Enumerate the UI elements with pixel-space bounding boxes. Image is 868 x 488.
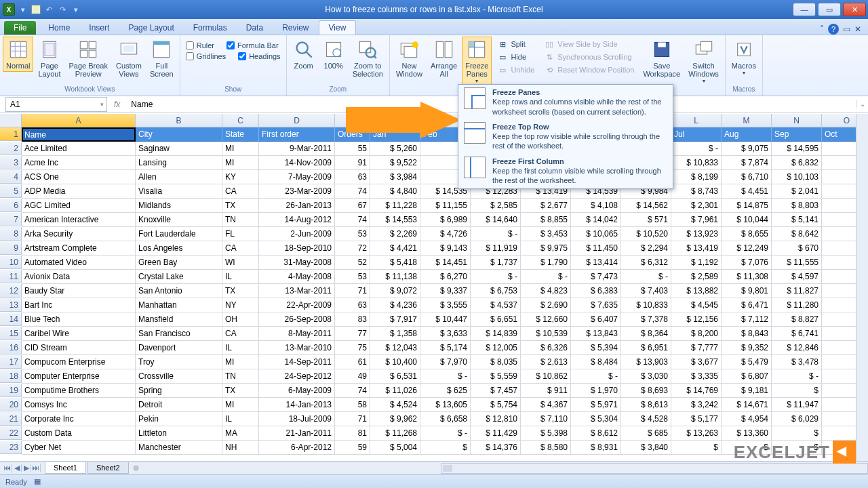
data-cell[interactable]: $ 4,451 — [722, 184, 772, 199]
freeze-panes-item[interactable]: Freeze PanesKeep rows and columns visibl… — [458, 85, 673, 119]
data-cell[interactable]: $ 571 — [621, 213, 671, 227]
data-cell[interactable]: MI — [222, 355, 259, 369]
data-cell[interactable]: $ 4,524 — [370, 398, 420, 412]
data-cell[interactable]: $ 3,555 — [420, 298, 471, 312]
sheet-nav-first[interactable]: ⏮ — [3, 464, 12, 472]
data-cell[interactable]: $ 8,931 — [571, 441, 621, 455]
headings-checkbox[interactable]: Headings — [235, 52, 283, 61]
data-cell[interactable]: $ 8,855 — [521, 213, 571, 227]
column-header[interactable]: M — [722, 114, 772, 127]
data-cell[interactable]: Midlands — [136, 199, 222, 213]
tab-formulas[interactable]: Formulas — [184, 21, 237, 35]
data-cell[interactable]: 14-Aug-2012 — [259, 213, 335, 227]
data-cell[interactable]: $ 14,595 — [772, 142, 822, 156]
data-cell[interactable]: TN — [222, 369, 259, 384]
gridlines-checkbox[interactable]: Gridlines — [183, 52, 229, 61]
row-header[interactable]: 20 — [0, 398, 22, 411]
data-cell[interactable]: $ 3,478 — [772, 355, 822, 369]
data-cell[interactable]: Crossville — [136, 369, 222, 384]
arrange-all-button[interactable]: Arrange All — [427, 37, 460, 80]
data-cell[interactable]: $ 7,378 — [621, 312, 671, 327]
data-cell[interactable]: CA — [222, 184, 259, 199]
data-cell[interactable]: $ 8,580 — [521, 441, 571, 455]
data-cell[interactable]: $ 12,810 — [471, 412, 521, 426]
unhide-button[interactable]: ▭Unhide — [493, 64, 538, 76]
data-cell[interactable]: 49 — [335, 369, 370, 384]
data-cell[interactable]: TX — [222, 284, 259, 298]
view-side-by-side-button[interactable]: ▯▯View Side by Side — [540, 38, 638, 50]
data-cell[interactable]: $ 1,192 — [671, 256, 722, 270]
row-header[interactable]: 21 — [0, 412, 22, 426]
data-cell[interactable]: $ — [671, 441, 722, 455]
sheet-nav-next[interactable]: ▶ — [22, 464, 31, 472]
data-cell[interactable]: $ 9,143 — [420, 241, 471, 256]
data-cell[interactable]: $ - — [471, 227, 521, 241]
sheet-tab-1[interactable]: Sheet1 — [45, 462, 86, 474]
column-header[interactable]: C — [222, 114, 259, 127]
redo-icon[interactable]: ↷ — [57, 4, 68, 15]
data-cell[interactable]: $ 3,677 — [671, 355, 722, 369]
maximize-button[interactable]: ▭ — [818, 3, 841, 16]
data-cell[interactable]: 14-Sep-2011 — [259, 355, 335, 369]
header-cell[interactable]: City — [136, 127, 222, 142]
data-cell[interactable]: $ 10,833 — [671, 156, 722, 170]
data-cell[interactable]: IL — [222, 341, 259, 355]
row-header[interactable]: 17 — [0, 355, 22, 369]
data-cell[interactable]: ACS One — [22, 170, 136, 184]
data-cell[interactable]: $ 4,528 — [621, 412, 671, 426]
data-cell[interactable]: $ 9,522 — [370, 156, 420, 170]
data-cell[interactable]: $ 6,383 — [571, 284, 621, 298]
data-cell[interactable]: $ 13,605 — [420, 398, 471, 412]
minimize-button[interactable]: — — [793, 3, 816, 16]
fx-icon[interactable]: fx — [107, 100, 127, 109]
data-cell[interactable]: $ 6,312 — [621, 256, 671, 270]
data-cell[interactable]: $ 6,832 — [772, 156, 822, 170]
data-cell[interactable]: $ 13,843 — [571, 327, 621, 341]
data-cell[interactable]: 8-May-2011 — [259, 327, 335, 341]
data-cell[interactable]: $ — [772, 426, 822, 441]
data-cell[interactable]: ADP Media — [22, 184, 136, 199]
data-cell[interactable]: 14-Jan-2013 — [259, 398, 335, 412]
row-header[interactable]: 5 — [0, 184, 22, 198]
data-cell[interactable]: $ 8,613 — [621, 398, 671, 412]
header-cell[interactable]: First order — [259, 127, 335, 142]
data-cell[interactable]: $ 7,076 — [722, 256, 772, 270]
column-header[interactable]: L — [671, 114, 722, 127]
data-cell[interactable]: Knoxville — [136, 213, 222, 227]
data-cell[interactable]: $ 4,597 — [772, 270, 822, 284]
data-cell[interactable]: $ 11,155 — [420, 199, 471, 213]
data-cell[interactable]: $ 9,075 — [722, 142, 772, 156]
data-cell[interactable]: $ 10,103 — [772, 170, 822, 184]
sync-scrolling-button[interactable]: ⇅Synchronous Scrolling — [540, 51, 638, 63]
data-cell[interactable]: 6-Apr-2012 — [259, 441, 335, 455]
row-header[interactable]: 1 — [0, 127, 22, 141]
column-header[interactable]: B — [136, 114, 222, 127]
ruler-checkbox[interactable]: Ruler — [183, 41, 217, 50]
excel-icon[interactable]: X — [3, 3, 15, 16]
data-cell[interactable]: San Antonio — [136, 284, 222, 298]
data-cell[interactable]: Visalia — [136, 184, 222, 199]
data-cell[interactable]: NH — [222, 441, 259, 455]
data-cell[interactable]: 7-May-2009 — [259, 170, 335, 184]
data-cell[interactable]: $ 13,414 — [571, 256, 621, 270]
data-cell[interactable]: $ 5,141 — [772, 213, 822, 227]
data-cell[interactable]: Troy — [136, 355, 222, 369]
data-cell[interactable]: Los Angeles — [136, 241, 222, 256]
data-cell[interactable]: Crystal Lake — [136, 270, 222, 284]
data-cell[interactable]: $ 2,613 — [521, 355, 571, 369]
new-sheet-button[interactable]: ⊕ — [129, 462, 143, 474]
row-header[interactable]: 12 — [0, 284, 22, 298]
data-cell[interactable]: $ 4,236 — [370, 298, 420, 312]
normal-view-button[interactable]: Normal — [3, 37, 33, 72]
column-header[interactable]: N — [772, 114, 822, 127]
data-cell[interactable]: $ 11,268 — [370, 426, 420, 441]
data-cell[interactable]: $ 7,635 — [571, 298, 621, 312]
data-cell[interactable]: 18-Sep-2010 — [259, 241, 335, 256]
data-cell[interactable]: 26-Jan-2013 — [259, 199, 335, 213]
data-cell[interactable]: $ 14,839 — [471, 327, 521, 341]
data-cell[interactable]: $ 1,737 — [471, 256, 521, 270]
data-cell[interactable]: $ 11,026 — [370, 384, 420, 398]
data-cell[interactable]: $ 11,308 — [722, 270, 772, 284]
data-cell[interactable]: $ 3,453 — [521, 227, 571, 241]
data-cell[interactable]: $ 8,827 — [772, 312, 822, 327]
